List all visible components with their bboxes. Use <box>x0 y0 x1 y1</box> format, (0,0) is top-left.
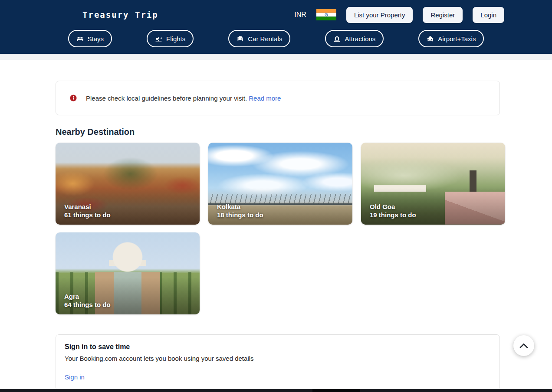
plane-departure-icon <box>155 35 162 42</box>
info-circle-icon <box>70 95 77 101</box>
taxi-icon <box>427 36 434 42</box>
nav-flights-label: Flights <box>166 35 185 42</box>
destination-card-agra[interactable]: Agra 64 things to do <box>56 232 200 314</box>
nav-flights[interactable]: Flights <box>147 30 194 47</box>
nav-stays-label: Stays <box>88 35 104 42</box>
list-property-button[interactable]: List your Property <box>346 7 413 23</box>
chevron-up-icon <box>519 343 529 349</box>
site-header: Treasury Trip INR List your Property Reg… <box>0 0 552 54</box>
card-label: Agra 64 things to do <box>64 292 111 309</box>
destination-things-count: 18 things to do <box>217 211 263 219</box>
horizontal-scrollbar-thumb[interactable] <box>312 389 360 392</box>
destination-name: Kolkata <box>217 203 263 211</box>
scroll-to-top-button[interactable] <box>513 335 534 356</box>
destination-name: Agra <box>64 292 111 301</box>
nav-attractions[interactable]: Attractions <box>325 30 384 47</box>
signin-body: Your Booking.com account lets you book u… <box>65 355 491 362</box>
bed-icon <box>76 36 84 42</box>
signin-card: Sign in to save time Your Booking.com ac… <box>56 334 500 391</box>
destination-things-count: 64 things to do <box>64 301 111 309</box>
signin-title: Sign in to save time <box>65 343 491 351</box>
nav-car-rentals[interactable]: Car Rentals <box>228 30 290 47</box>
horizontal-scrollbar-track[interactable] <box>0 389 552 392</box>
main-content: Please check local guidelines before pla… <box>56 81 500 391</box>
alert-message: Please check local guidelines before pla… <box>86 95 281 102</box>
destination-name: Varanasi <box>64 203 111 211</box>
destination-grid: Varanasi 61 things to do Kolkata 18 thin… <box>56 143 500 314</box>
guidelines-alert: Please check local guidelines before pla… <box>56 81 500 115</box>
alert-message-text: Please check local guidelines before pla… <box>86 95 247 102</box>
header-top-row: Treasury Trip INR List your Property Reg… <box>0 0 552 27</box>
destination-things-count: 19 things to do <box>370 211 416 219</box>
destination-card-varanasi[interactable]: Varanasi 61 things to do <box>56 143 200 225</box>
india-flag-icon[interactable] <box>316 9 336 20</box>
nav-attractions-label: Attractions <box>345 35 375 42</box>
header-divider-strip <box>0 54 552 60</box>
destination-card-kolkata[interactable]: Kolkata 18 things to do <box>208 143 352 225</box>
section-title: Nearby Destination <box>56 127 500 137</box>
login-button[interactable]: Login <box>473 7 504 23</box>
destination-card-old-goa[interactable]: Old Goa 19 things to do <box>361 143 505 225</box>
nav-car-rentals-label: Car Rentals <box>248 35 282 42</box>
read-more-link[interactable]: Read more <box>249 95 281 102</box>
register-button[interactable]: Register <box>423 7 463 23</box>
card-label: Varanasi 61 things to do <box>64 203 111 219</box>
primary-nav: Stays Flights Car Rentals <box>0 30 552 47</box>
destination-name: Old Goa <box>370 203 416 211</box>
site-logo[interactable]: Treasury Trip <box>82 10 158 20</box>
card-label: Old Goa 19 things to do <box>370 203 416 219</box>
currency-selector[interactable]: INR <box>294 11 306 19</box>
destination-things-count: 61 things to do <box>64 211 111 219</box>
nav-airport-taxis-label: Airport+Taxis <box>438 35 476 42</box>
car-icon <box>237 36 244 42</box>
nav-stays[interactable]: Stays <box>68 30 112 47</box>
nav-airport-taxis[interactable]: Airport+Taxis <box>418 30 484 47</box>
signin-link[interactable]: Sign in <box>65 373 85 381</box>
card-label: Kolkata 18 things to do <box>217 203 263 219</box>
monument-icon <box>333 36 341 42</box>
header-actions: INR List your Property Register Login <box>294 7 504 23</box>
